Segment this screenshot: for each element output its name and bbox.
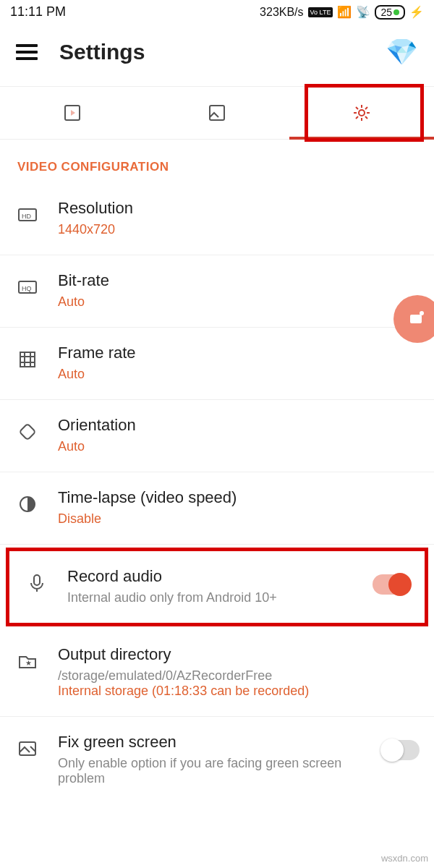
item-record-audio[interactable]: Record audio Internal audio only from An… <box>6 548 428 626</box>
status-time: 11:11 PM <box>10 4 66 20</box>
item-timelapse[interactable]: Time-lapse (video speed) Disable <box>0 472 434 545</box>
tab-settings[interactable] <box>289 87 434 139</box>
item-bitrate[interactable]: HQ Bit-rate Auto <box>0 255 434 328</box>
watermark: wsxdn.com <box>381 853 428 864</box>
signal-icon: 📶 <box>337 5 352 19</box>
recordaudio-label: Record audio <box>67 567 355 586</box>
item-framerate[interactable]: Frame rate Auto <box>0 328 434 400</box>
recordaudio-toggle[interactable] <box>373 574 410 595</box>
battery-indicator: 25 <box>375 5 405 20</box>
outputdir-path: /storage/emulated/0/AzRecorderFree <box>58 668 420 684</box>
outputdir-label: Output directory <box>58 645 420 664</box>
svg-rect-8 <box>20 424 36 441</box>
bitrate-label: Bit-rate <box>58 271 420 290</box>
svg-rect-7 <box>20 352 35 367</box>
camera-icon <box>407 309 427 329</box>
framerate-value: Auto <box>58 367 420 382</box>
item-fix-green[interactable]: Fix green screen Only enable option if y… <box>0 717 434 804</box>
tab-underline <box>289 137 434 140</box>
tab-bar <box>0 86 434 140</box>
timelapse-label: Time-lapse (video speed) <box>58 488 420 507</box>
fixgreen-sub: Only enable option if you are facing gre… <box>58 756 365 786</box>
page-title: Settings <box>59 40 145 64</box>
charging-icon: ⚡ <box>409 5 424 19</box>
svg-text:HQ: HQ <box>22 285 32 292</box>
timelapse-value: Disable <box>58 511 420 527</box>
svg-text:★: ★ <box>25 659 32 667</box>
image-icon <box>207 103 227 123</box>
play-box-icon <box>62 103 82 123</box>
framerate-label: Frame rate <box>58 344 420 362</box>
folder-star-icon: ★ <box>14 648 41 674</box>
section-video-config: VIDEO CONFIGURATION <box>0 140 434 183</box>
mic-icon <box>24 570 50 596</box>
fixgreen-toggle[interactable] <box>382 740 420 760</box>
orientation-value: Auto <box>58 439 420 454</box>
item-orientation[interactable]: Orientation Auto <box>0 400 434 472</box>
svg-rect-13 <box>410 315 422 323</box>
svg-point-14 <box>420 311 424 315</box>
status-netspeed: 323KB/s <box>260 6 303 19</box>
timelapse-icon <box>14 491 41 517</box>
item-output-directory[interactable]: ★ Output directory /storage/emulated/0/A… <box>0 629 434 717</box>
svg-point-2 <box>359 110 365 116</box>
wifi-icon: 📡 <box>356 5 370 19</box>
film-icon <box>14 346 41 373</box>
tab-videos[interactable] <box>0 87 145 139</box>
fixgreen-label: Fix green screen <box>58 733 365 752</box>
rotate-icon <box>14 419 41 445</box>
hq-icon: HQ <box>14 274 41 300</box>
hd-icon: HD <box>14 202 41 228</box>
image2-icon <box>14 736 41 762</box>
menu-icon[interactable] <box>16 44 38 60</box>
status-bar: 11:11 PM 323KB/s Vo LTE 📶 📡 25 ⚡ <box>0 0 434 24</box>
outputdir-extra: Internal storage (01:18:33 can be record… <box>58 684 420 699</box>
tab-images[interactable] <box>145 87 289 139</box>
svg-rect-1 <box>210 106 224 120</box>
resolution-label: Resolution <box>58 199 420 218</box>
item-resolution[interactable]: HD Resolution 1440x720 <box>0 183 434 255</box>
app-header: Settings 💎 <box>0 24 434 82</box>
resolution-value: 1440x720 <box>58 222 420 237</box>
gear-icon <box>352 103 372 123</box>
orientation-label: Orientation <box>58 416 420 435</box>
premium-icon[interactable]: 💎 <box>386 37 418 67</box>
volte-icon: Vo LTE <box>308 7 333 17</box>
svg-text:HD: HD <box>22 213 31 220</box>
recordaudio-sub: Internal audio only from Android 10+ <box>67 590 355 605</box>
svg-rect-10 <box>34 575 40 585</box>
bitrate-value: Auto <box>58 294 420 310</box>
